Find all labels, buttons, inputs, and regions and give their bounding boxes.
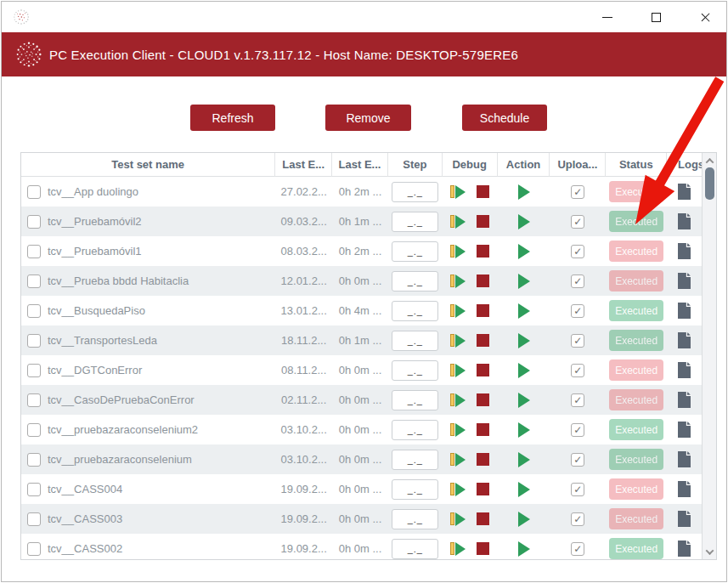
step-input[interactable] [392, 539, 438, 559]
debug-run-icon[interactable] [450, 185, 466, 199]
debug-run-icon[interactable] [450, 304, 466, 318]
file-document-icon[interactable] [678, 332, 691, 348]
file-document-icon[interactable] [678, 541, 691, 557]
upload-checkbox[interactable]: ✓ [571, 304, 584, 318]
upload-checkbox[interactable]: ✓ [571, 453, 584, 467]
debug-run-icon[interactable] [450, 364, 466, 377]
column-header-2[interactable]: Last E... [332, 153, 388, 177]
maximize-button[interactable] [644, 5, 669, 30]
stop-icon[interactable] [477, 185, 489, 198]
row-select-checkbox[interactable] [27, 453, 41, 467]
upload-checkbox[interactable]: ✓ [571, 215, 584, 229]
step-input[interactable] [392, 420, 438, 440]
row-select-checkbox[interactable] [27, 393, 41, 407]
upload-checkbox[interactable]: ✓ [571, 483, 584, 496]
upload-checkbox[interactable]: ✓ [571, 542, 584, 556]
column-header-3[interactable]: Step [388, 153, 443, 177]
play-icon[interactable] [518, 214, 530, 229]
column-header-1[interactable]: Last E... [275, 153, 332, 177]
play-icon[interactable] [518, 333, 530, 348]
debug-run-icon[interactable] [450, 275, 466, 288]
row-select-checkbox[interactable] [27, 542, 41, 556]
file-document-icon[interactable] [678, 273, 691, 289]
debug-run-icon[interactable] [450, 393, 466, 407]
play-icon[interactable] [518, 303, 530, 319]
play-icon[interactable] [518, 541, 530, 557]
stop-icon[interactable] [477, 245, 489, 258]
vertical-scrollbar[interactable] [702, 153, 716, 559]
step-input[interactable] [392, 271, 438, 292]
stop-icon[interactable] [477, 215, 489, 228]
play-icon[interactable] [518, 452, 530, 467]
stop-icon[interactable] [477, 334, 489, 347]
file-document-icon[interactable] [678, 362, 691, 378]
scrollbar-thumb[interactable] [705, 167, 714, 200]
step-input[interactable] [392, 450, 438, 470]
row-select-checkbox[interactable] [27, 304, 41, 318]
file-document-icon[interactable] [678, 213, 691, 229]
upload-checkbox[interactable]: ✓ [571, 185, 584, 199]
remove-button[interactable]: Remove [325, 105, 411, 131]
step-input[interactable] [392, 182, 438, 202]
play-icon[interactable] [518, 422, 530, 438]
play-icon[interactable] [518, 393, 530, 408]
step-input[interactable] [392, 479, 438, 500]
upload-checkbox[interactable]: ✓ [571, 334, 584, 348]
upload-checkbox[interactable]: ✓ [571, 423, 584, 437]
file-document-icon[interactable] [678, 243, 691, 259]
play-icon[interactable] [518, 274, 530, 289]
stop-icon[interactable] [477, 275, 489, 287]
minimize-button[interactable] [595, 5, 619, 30]
debug-run-icon[interactable] [450, 423, 466, 437]
row-select-checkbox[interactable] [27, 364, 41, 377]
step-input[interactable] [392, 390, 438, 410]
play-icon[interactable] [518, 184, 530, 200]
schedule-button[interactable]: Schedule [462, 105, 547, 131]
play-icon[interactable] [518, 512, 530, 527]
play-icon[interactable] [518, 244, 530, 259]
step-input[interactable] [392, 360, 438, 381]
row-select-checkbox[interactable] [27, 215, 41, 229]
stop-icon[interactable] [477, 483, 489, 495]
row-select-checkbox[interactable] [27, 334, 41, 348]
step-input[interactable] [392, 301, 438, 321]
file-document-icon[interactable] [678, 481, 691, 497]
file-document-icon[interactable] [678, 422, 691, 438]
stop-icon[interactable] [477, 304, 489, 317]
upload-checkbox[interactable]: ✓ [571, 245, 584, 258]
column-header-4[interactable]: Debug [443, 153, 498, 177]
stop-icon[interactable] [477, 393, 489, 406]
debug-run-icon[interactable] [450, 542, 466, 556]
debug-run-icon[interactable] [450, 483, 466, 496]
stop-icon[interactable] [477, 453, 489, 466]
upload-checkbox[interactable]: ✓ [571, 512, 584, 526]
row-select-checkbox[interactable] [27, 185, 41, 199]
column-header-5[interactable]: Action [498, 153, 550, 177]
file-document-icon[interactable] [678, 511, 691, 527]
stop-icon[interactable] [477, 512, 489, 525]
upload-checkbox[interactable]: ✓ [571, 364, 584, 377]
row-select-checkbox[interactable] [27, 275, 41, 288]
stop-icon[interactable] [477, 542, 489, 555]
close-button[interactable] [693, 5, 718, 30]
file-document-icon[interactable] [678, 303, 691, 319]
row-select-checkbox[interactable] [27, 512, 41, 526]
play-icon[interactable] [518, 363, 530, 378]
debug-run-icon[interactable] [450, 453, 466, 467]
step-input[interactable] [392, 212, 438, 232]
file-document-icon[interactable] [678, 451, 691, 467]
row-select-checkbox[interactable] [27, 245, 41, 258]
upload-checkbox[interactable]: ✓ [571, 275, 584, 288]
step-input[interactable] [392, 331, 438, 351]
column-header-0[interactable]: Test set name [21, 153, 275, 177]
debug-run-icon[interactable] [450, 245, 466, 258]
stop-icon[interactable] [477, 364, 489, 376]
refresh-button[interactable]: Refresh [190, 105, 275, 131]
debug-run-icon[interactable] [450, 512, 466, 526]
column-header-6[interactable]: Uploa... [550, 153, 606, 177]
debug-run-icon[interactable] [450, 215, 466, 229]
row-select-checkbox[interactable] [27, 423, 41, 437]
scroll-up-button[interactable] [703, 154, 716, 167]
upload-checkbox[interactable]: ✓ [571, 393, 584, 407]
scroll-down-button[interactable] [703, 545, 716, 558]
